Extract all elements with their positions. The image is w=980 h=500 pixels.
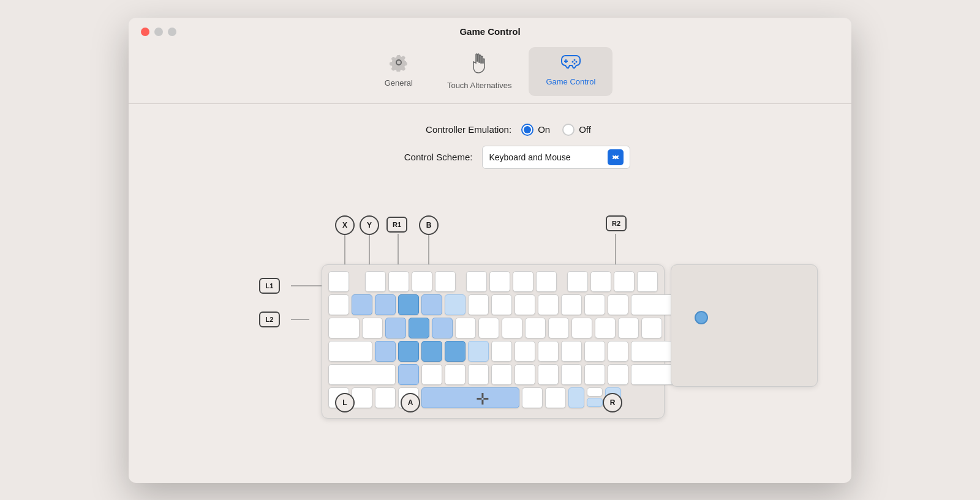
key-f12 (637, 271, 658, 292)
key-k (538, 341, 559, 362)
key-q (362, 318, 383, 338)
key-quote (608, 341, 628, 362)
kb-row-fn (328, 271, 658, 292)
emulation-radio-group: On Off (521, 124, 591, 136)
key-f1 (365, 271, 386, 292)
tab-touch[interactable]: Touch Alternatives (430, 47, 529, 96)
key-i (525, 318, 546, 338)
emulation-label: Controller Emulation: (389, 124, 511, 135)
emulation-on-label: On (538, 124, 550, 135)
dpad-icon: ✛ (476, 390, 489, 409)
key-ralt (545, 387, 566, 408)
key-s (398, 341, 419, 362)
scheme-dropdown[interactable]: Keyboard and Mouse (482, 146, 630, 169)
key-4 (421, 294, 442, 315)
key-f8 (536, 271, 557, 292)
tab-gamecontrol-label: Game Control (546, 77, 595, 86)
key-semicolon (584, 341, 605, 362)
key-e (409, 318, 429, 338)
l1-badge: L1 (259, 278, 280, 294)
key-slash (608, 364, 628, 385)
trackpad (671, 264, 818, 387)
key-comma (561, 364, 582, 385)
key-backtick (328, 294, 349, 315)
key-h (491, 341, 512, 362)
kb-row-qwerty (328, 318, 658, 338)
close-button[interactable] (141, 28, 149, 36)
key-b (491, 364, 512, 385)
key-m (538, 364, 559, 385)
key-r (432, 318, 453, 338)
content-area: Controller Emulation: On Off Control Sch… (129, 104, 851, 483)
key-6 (468, 294, 489, 315)
key-capslock (328, 341, 372, 362)
key-5 (445, 294, 466, 315)
key-p (571, 318, 592, 338)
svg-point-3 (575, 61, 577, 62)
trackpad-area (671, 264, 818, 387)
gamepad-icon (560, 53, 582, 73)
key-equal (608, 294, 628, 315)
key-up (587, 387, 603, 397)
toolbar: General Touch Alternatives (129, 36, 851, 96)
key-8 (514, 294, 535, 315)
key-d (421, 341, 442, 362)
key-c (445, 364, 466, 385)
key-backslash (641, 318, 662, 338)
svg-point-2 (573, 59, 575, 61)
emulation-off-radio[interactable] (562, 124, 575, 136)
key-delete (631, 294, 675, 315)
svg-point-5 (573, 62, 575, 64)
key-0 (561, 294, 582, 315)
emulation-off-option[interactable]: Off (562, 124, 591, 136)
key-o (548, 318, 569, 338)
key-alt (375, 387, 396, 408)
key-left (568, 387, 584, 408)
y-badge: Y (360, 215, 379, 235)
gear-icon (390, 53, 408, 75)
key-2 (375, 294, 396, 315)
tab-general[interactable]: General (368, 47, 430, 96)
key-9 (538, 294, 559, 315)
a-badge: A (401, 393, 420, 412)
emulation-on-option[interactable]: On (521, 124, 550, 136)
b-badge: B (419, 215, 439, 235)
key-lbracket (595, 318, 616, 338)
key-x (421, 364, 442, 385)
key-rcmd (522, 387, 543, 408)
minimize-button[interactable] (154, 28, 163, 36)
key-l (561, 341, 582, 362)
emulation-on-dot (524, 126, 531, 133)
key-f6 (489, 271, 510, 292)
key-g (468, 341, 489, 362)
key-u (502, 318, 522, 338)
maximize-button[interactable] (168, 28, 176, 36)
key-rbracket (618, 318, 639, 338)
r2-badge: R2 (606, 215, 627, 231)
key-f3 (412, 271, 432, 292)
key-f7 (513, 271, 533, 292)
key-lshift (328, 364, 396, 385)
key-a (375, 341, 396, 362)
r-badge: R (603, 393, 622, 412)
key-v (468, 364, 489, 385)
key-minus (584, 294, 605, 315)
key-f (445, 341, 466, 362)
key-w (385, 318, 406, 338)
key-f5 (466, 271, 487, 292)
trackpad-cursor (695, 311, 708, 324)
titlebar: Game Control (129, 18, 851, 36)
emulation-on-radio[interactable] (521, 124, 533, 136)
key-f4 (435, 271, 456, 292)
hand-icon (470, 53, 489, 77)
main-window: Game Control General Touch Alternatives (129, 18, 851, 483)
key-3 (398, 294, 419, 315)
key-z (398, 364, 419, 385)
emulation-off-label: Off (579, 124, 591, 135)
tab-gamecontrol[interactable]: Game Control (529, 47, 612, 96)
l-badge: L (335, 393, 355, 412)
key-f2 (388, 271, 409, 292)
key-space (421, 387, 519, 408)
r1-badge: R1 (386, 217, 407, 233)
tab-general-label: General (385, 78, 413, 88)
